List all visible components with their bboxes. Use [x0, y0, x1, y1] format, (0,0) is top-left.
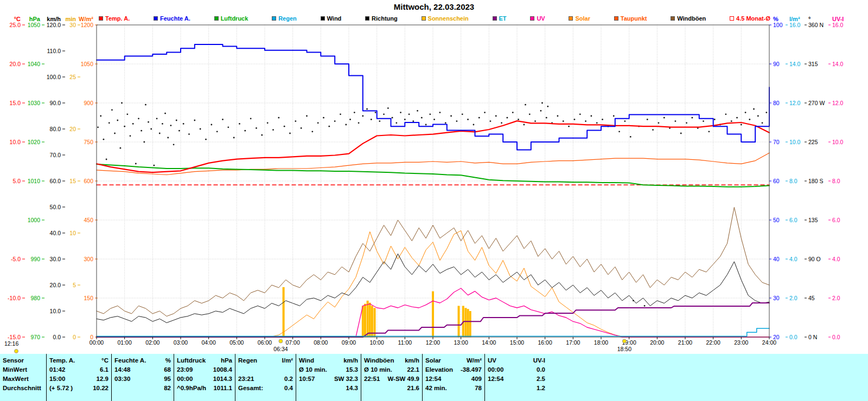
svg-text:12:00: 12:00 [426, 339, 440, 346]
stats-cell [235, 365, 296, 374]
svg-text:25: 25 [69, 74, 76, 80]
svg-text:-5.0: -5.0 [11, 256, 21, 262]
svg-text:5: 5 [73, 282, 76, 288]
svg-text:07:00: 07:00 [286, 339, 300, 346]
svg-text:750: 750 [84, 139, 93, 145]
svg-text:1040: 1040 [28, 61, 41, 67]
svg-text:02:00: 02:00 [145, 339, 159, 346]
svg-text:180 S: 180 S [808, 178, 823, 184]
svg-text:16.0: 16.0 [832, 22, 844, 28]
svg-text:90.0: 90.0 [50, 100, 61, 106]
svg-text:-15.0: -15.0 [8, 334, 21, 340]
svg-text:2.0: 2.0 [789, 295, 797, 301]
stats-column-luftdruck: LuftdruckhPa23:091008.400:001014.3^0.9hP… [174, 354, 235, 401]
svg-text:15: 15 [69, 178, 76, 184]
stats-cell: 14.3 [296, 384, 361, 393]
stats-column-regen: Regenl/m²23:210.2Gesamt:0.4 [235, 354, 296, 401]
svg-text:90 O: 90 O [808, 256, 821, 262]
weather-chart-window: Mittwoch, 22.03.2023 Temp. A.Feuchte A.L… [0, 0, 868, 401]
stats-cell: 01:426.1 [47, 365, 111, 374]
stats-cell: Durchschnitt [0, 384, 46, 393]
svg-text:09:00: 09:00 [342, 339, 356, 346]
stats-cell: 00:001014.3 [174, 374, 235, 384]
svg-text:100.0: 100.0 [47, 74, 61, 80]
day-length-label: 12:16 [4, 340, 18, 347]
series-temp-a- [97, 121, 769, 172]
svg-text:13:00: 13:00 [454, 339, 468, 346]
svg-text:14:00: 14:00 [482, 339, 496, 346]
stats-cell: 03:3095 [112, 374, 174, 384]
svg-text:315: 315 [808, 61, 818, 67]
svg-text:20: 20 [69, 126, 76, 132]
stats-cell: UVUV-I [485, 356, 548, 365]
stats-cell: MaxWert [0, 374, 46, 384]
svg-text:120.0: 120.0 [47, 22, 61, 28]
stats-cell: Temp. A.°C [47, 356, 111, 365]
svg-text:270 W: 270 W [808, 100, 825, 106]
left-axes: °C25.020.015.010.05.0-5.0-10.0-15.0hPa10… [8, 16, 98, 340]
stats-column-feuchte-a-: Feuchte A.%14:486803:309582 [111, 354, 174, 401]
stats-cell: 00:000.0 [485, 365, 548, 374]
svg-text:135: 135 [808, 217, 818, 223]
svg-text:150: 150 [84, 295, 93, 301]
svg-text:01:00: 01:00 [118, 339, 132, 346]
svg-text:4.0: 4.0 [832, 256, 840, 262]
stats-cell: ^0.9hPa/h1011.1 [174, 384, 235, 393]
svg-text:05:00: 05:00 [229, 339, 244, 346]
svg-text:0 N: 0 N [808, 334, 817, 340]
svg-text:17:00: 17:00 [566, 339, 580, 346]
svg-text:600: 600 [84, 178, 93, 184]
svg-text:11:00: 11:00 [398, 339, 412, 346]
svg-text:6.0: 6.0 [789, 217, 797, 223]
svg-text:25.0: 25.0 [10, 22, 21, 28]
svg-text:24:00: 24:00 [762, 339, 776, 346]
svg-text:00:00: 00:00 [90, 339, 104, 346]
stats-cell: LuftdruckhPa [174, 356, 235, 365]
stats-column-wind: Windkm/hØ 10 min.15.310:57SW 32.314.3 [296, 354, 361, 401]
svg-text:360 N: 360 N [808, 22, 824, 28]
svg-text:225: 225 [808, 139, 818, 145]
svg-text:03:00: 03:00 [174, 339, 188, 346]
svg-text:6.0: 6.0 [832, 217, 840, 223]
svg-text:22:00: 22:00 [706, 339, 720, 346]
stats-cell: Windkm/h [296, 356, 361, 365]
svg-text:20.0: 20.0 [10, 61, 21, 67]
day-length-icon [15, 350, 18, 353]
wind-direction-scatter [97, 102, 767, 307]
series-luftdruck [97, 164, 769, 187]
svg-text:1050: 1050 [28, 22, 41, 28]
svg-text:16:00: 16:00 [538, 339, 552, 346]
svg-text:1030: 1030 [28, 100, 41, 106]
svg-text:4.0: 4.0 [789, 256, 797, 262]
weather-chart: °C25.020.015.010.05.0-5.0-10.0-15.0hPa10… [0, 0, 868, 354]
svg-text:5.0: 5.0 [12, 178, 21, 184]
svg-text:110.0: 110.0 [47, 48, 61, 54]
svg-text:0.0: 0.0 [53, 334, 61, 340]
svg-text:14.0: 14.0 [789, 61, 801, 67]
stats-column-row-headers: SensorMinWertMaxWertDurchschnitt [0, 354, 46, 401]
sunrise-icon [279, 339, 283, 343]
stats-cell: (+ 5.72 )10.22 [47, 384, 111, 393]
stats-cell: 14:4868 [112, 365, 174, 374]
svg-text:10.0: 10.0 [832, 139, 844, 145]
svg-text:0: 0 [73, 334, 76, 340]
svg-text:12.0: 12.0 [789, 100, 801, 106]
svg-text:30: 30 [69, 22, 76, 28]
stats-column-temp-a-: Temp. A.°C01:426.115:0012.9(+ 5.72 )10.2… [46, 354, 111, 401]
stats-cell: Feuchte A.% [112, 356, 174, 365]
svg-text:900: 900 [84, 100, 93, 106]
stats-cell: Ø 10 min.15.3 [296, 365, 361, 374]
svg-text:04:00: 04:00 [202, 339, 216, 346]
stats-cell: 15:0012.9 [47, 374, 111, 384]
svg-text:100: 100 [773, 22, 783, 28]
svg-text:8.0: 8.0 [832, 178, 840, 184]
x-axis: 00:0001:0002:0003:0004:0005:0006:0007:00… [90, 337, 776, 346]
stats-cell: 82 [112, 384, 174, 393]
svg-text:30.0: 30.0 [50, 256, 61, 262]
svg-text:50.0: 50.0 [50, 204, 61, 210]
stats-cell: Sensor [0, 356, 46, 365]
svg-text:10.0: 10.0 [789, 139, 801, 145]
stats-cell: 42 min.78 [423, 384, 484, 393]
stats-cell: Elevation-38.497 [423, 365, 484, 374]
stats-cell: 22:51W-SW 49.9 [361, 374, 422, 384]
